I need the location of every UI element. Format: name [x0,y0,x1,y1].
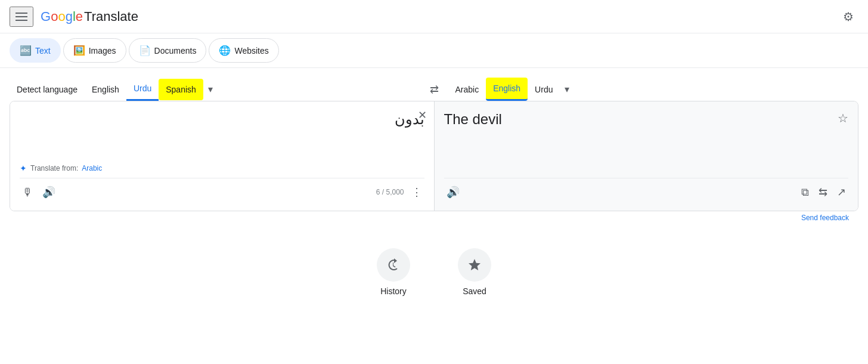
saved-item[interactable]: Saved [458,248,491,296]
tab-navigation: 🔤 Text 🖼️ Images 📄 Documents 🌐 Websites [0,33,868,68]
language-bar: Detect language English Urdu Spanish ▾ ⇄… [10,78,858,101]
source-language-bar: Detect language English Urdu Spanish ▾ [10,78,420,101]
history-icon-circle [377,248,410,282]
translated-text: The devil [444,111,849,173]
source-more-options-button[interactable]: ⋮ [409,183,424,201]
share-translation-button[interactable]: ↗ [835,183,848,201]
target-audio-button[interactable]: 🔊 [444,183,462,201]
bottom-navigation: History Saved [10,224,858,308]
tab-images-label: Images [89,46,116,55]
websites-tab-icon: 🌐 [219,45,231,56]
source-panel-controls: 🎙 🔊 [20,183,58,201]
copy-translation-button[interactable]: ⧉ [799,184,811,201]
saved-icon-circle [458,248,491,282]
swap-languages-button[interactable]: ⇄ [425,78,444,101]
history-icon [386,258,401,272]
history-label: History [380,286,407,296]
source-panel-right-controls: 6 / 5,000 ⋮ [376,183,424,201]
target-audio-control: 🔊 [444,183,462,201]
tab-websites-label: Websites [234,46,268,55]
logo: G o o g l e Translate [41,9,138,24]
text-tab-icon: 🔤 [20,45,32,56]
target-lang-arabic[interactable]: Arabic [448,79,486,100]
tab-documents[interactable]: 📄 Documents [129,38,207,63]
logo-letter-g: G [41,9,51,24]
tab-documents-label: Documents [154,46,197,55]
feedback-translation-button[interactable]: ⇆ [816,183,830,201]
logo-letter-o1: o [51,9,58,24]
source-panel-bottom: 🎙 🔊 6 / 5,000 ⋮ [20,178,424,201]
logo-letter-o2: o [58,9,65,24]
source-lang-more-button[interactable]: ▾ [203,79,218,100]
translate-from-suggestion: ✦ Translate from: Arabic [20,164,424,173]
target-lang-english[interactable]: English [486,78,528,101]
source-lang-detect[interactable]: Detect language [10,79,85,100]
tab-text[interactable]: 🔤 Text [10,38,61,63]
tab-websites[interactable]: 🌐 Websites [209,38,278,63]
history-item[interactable]: History [377,248,410,296]
logo-product-name: Translate [84,9,138,24]
clear-input-button[interactable]: ✕ [418,109,427,122]
source-lang-urdu[interactable]: Urdu [126,78,159,101]
saved-label: Saved [463,286,486,296]
main-content: Detect language English Urdu Spanish ▾ ⇄… [0,68,868,308]
saved-icon [467,258,482,272]
send-feedback-link[interactable]: Send feedback [801,214,849,222]
documents-tab-icon: 📄 [139,45,151,56]
feedback-row: Send feedback [10,211,858,224]
source-audio-button[interactable]: 🔊 [40,183,58,201]
target-lang-urdu[interactable]: Urdu [528,79,560,100]
translate-from-language-link[interactable]: Arabic [82,164,102,172]
translation-panels: ✕ بدون ✦ Translate from: Arabic 🎙 🔊 6 / … [10,101,858,211]
sparkle-icon: ✦ [20,164,27,173]
microphone-button[interactable]: 🎙 [20,184,35,201]
target-panel-bottom: 🔊 ⧉ ⇆ ↗ [444,178,849,201]
tab-text-label: Text [35,46,51,55]
source-lang-english[interactable]: English [85,79,126,100]
source-text-input[interactable]: بدون [20,111,424,159]
settings-button[interactable]: ⚙ [838,5,858,29]
source-lang-spanish[interactable]: Spanish [159,79,203,100]
source-panel: ✕ بدون ✦ Translate from: Arabic 🎙 🔊 6 / … [10,101,435,211]
tab-images[interactable]: 🖼️ Images [63,38,126,63]
char-count: 6 / 5,000 [376,188,404,196]
top-bar-left: G o o g l e Translate [10,7,138,27]
target-language-bar: Arabic English Urdu ▾ [448,78,859,101]
target-panel: ☆ The devil 🔊 ⧉ ⇆ ↗ [435,101,858,211]
images-tab-icon: 🖼️ [73,45,85,56]
logo-letter-e: e [76,9,83,24]
menu-button[interactable] [10,7,33,27]
target-actions: ⧉ ⇆ ↗ [799,183,848,201]
logo-letter-g2: g [66,9,73,24]
save-translation-button[interactable]: ☆ [835,109,851,128]
target-lang-more-button[interactable]: ▾ [560,79,574,100]
translate-from-label: Translate from: [30,164,78,172]
top-bar: G o o g l e Translate ⚙ [0,0,868,33]
